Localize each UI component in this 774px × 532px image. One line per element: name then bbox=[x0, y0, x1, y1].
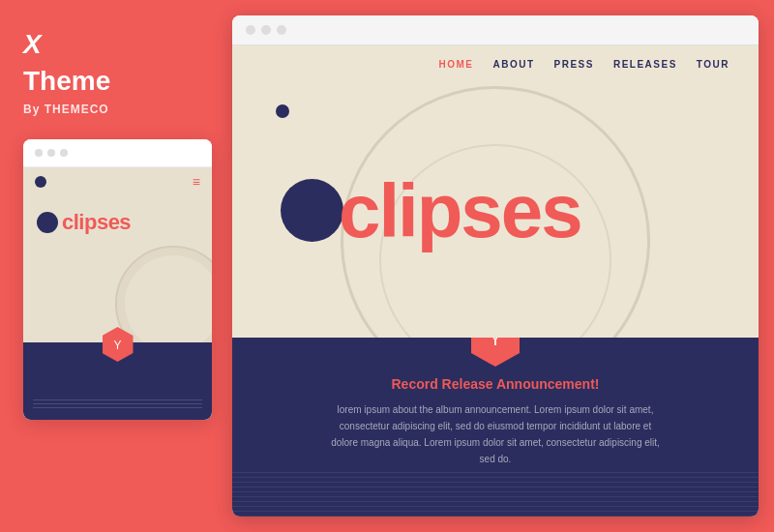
mobile-globe-bg bbox=[115, 246, 212, 342]
mobile-line-2 bbox=[33, 403, 202, 404]
mobile-browser-bar bbox=[23, 139, 212, 167]
bottom-line-7 bbox=[232, 501, 759, 502]
mobile-content: ≡ clipses Y bbox=[23, 167, 212, 420]
hero-title-row: clipses bbox=[281, 173, 581, 249]
mobile-title-text: clipses bbox=[62, 210, 131, 235]
mobile-lines bbox=[23, 399, 212, 408]
site-hero: clipses bbox=[232, 83, 759, 338]
bottom-line-10 bbox=[232, 516, 759, 517]
sidebar: X Theme By THEMECO ≡ clipses Y bbox=[0, 0, 232, 532]
bottom-line-8 bbox=[232, 506, 759, 507]
bottom-line-6 bbox=[232, 496, 759, 497]
sidebar-logo: X bbox=[23, 29, 209, 60]
site-bottom-section: Y Record Release Announcement! lorem ips… bbox=[232, 338, 759, 517]
browser-dot-1 bbox=[246, 25, 255, 35]
bottom-hexagon-icon: Y bbox=[471, 338, 520, 367]
bottom-line-3 bbox=[232, 482, 759, 483]
mobile-dot-1 bbox=[35, 149, 43, 157]
hero-title-text: clipses bbox=[339, 173, 581, 249]
hero-top-dot bbox=[276, 104, 289, 118]
mobile-dot-2 bbox=[47, 149, 55, 157]
mobile-title-row: clipses bbox=[37, 210, 198, 235]
mobile-nav-bar: ≡ bbox=[23, 167, 212, 196]
bottom-line-1 bbox=[232, 472, 759, 473]
bottom-line-9 bbox=[232, 511, 759, 512]
site-nav: HOME ABOUT PRESS RELEASES TOUR bbox=[232, 45, 759, 83]
sidebar-title: Theme bbox=[23, 66, 209, 97]
browser-dot-2 bbox=[261, 25, 271, 35]
mobile-preview-card: ≡ clipses Y bbox=[23, 139, 212, 420]
mobile-hero: clipses bbox=[23, 196, 212, 342]
desktop-preview-card: HOME ABOUT PRESS RELEASES TOUR clipses bbox=[232, 15, 759, 517]
mobile-dot-3 bbox=[60, 149, 68, 157]
bottom-line-5 bbox=[232, 491, 759, 492]
mobile-title-circle bbox=[37, 212, 58, 233]
mobile-nav-dot bbox=[35, 176, 46, 188]
announcement-body: lorem ipsum about the album announcement… bbox=[331, 401, 660, 467]
nav-tour[interactable]: TOUR bbox=[697, 59, 729, 70]
bottom-line-4 bbox=[232, 487, 759, 488]
hero-title-circle bbox=[281, 179, 343, 242]
nav-press[interactable]: PRESS bbox=[554, 59, 594, 70]
main-content: HOME ABOUT PRESS RELEASES TOUR clipses bbox=[232, 45, 759, 517]
hex-label: Y bbox=[490, 338, 501, 350]
mobile-line-1 bbox=[33, 399, 202, 400]
bottom-line-2 bbox=[232, 477, 759, 478]
mobile-hamburger-icon[interactable]: ≡ bbox=[193, 175, 200, 189]
announcement-title: Record Release Announcement! bbox=[392, 376, 600, 392]
mobile-line-3 bbox=[33, 407, 202, 408]
browser-dot-3 bbox=[277, 25, 286, 35]
browser-bar bbox=[232, 15, 759, 45]
mobile-bottom-section: Y bbox=[23, 342, 212, 420]
nav-about[interactable]: ABOUT bbox=[492, 59, 534, 70]
nav-releases[interactable]: RELEASES bbox=[613, 59, 677, 70]
sidebar-by: By THEMECO bbox=[23, 103, 209, 116]
nav-home[interactable]: HOME bbox=[438, 59, 473, 70]
mobile-hex-label: Y bbox=[113, 339, 121, 352]
